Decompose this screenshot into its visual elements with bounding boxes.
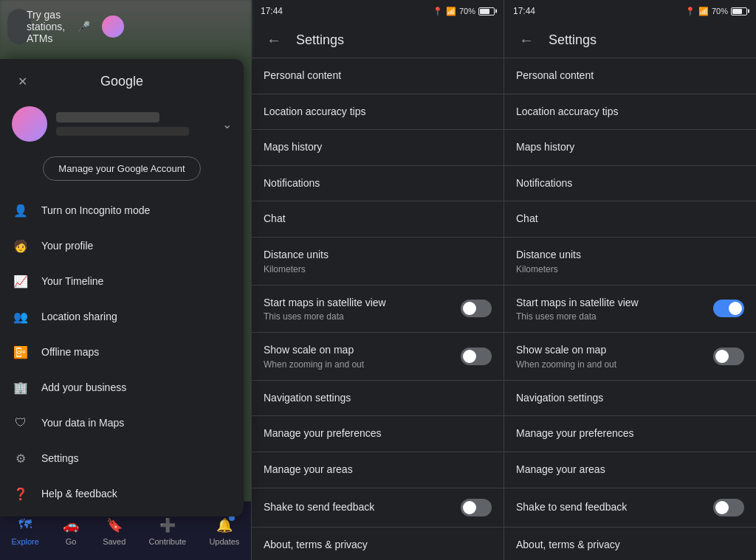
menu-icon-location-sharing: 👥 [12, 308, 30, 325]
toggle-6[interactable] [713, 300, 744, 317]
toggle-7[interactable] [713, 348, 744, 365]
menu-icon-timeline: 📈 [12, 272, 30, 290]
settings-item-content-6: Start maps in satellite viewThis uses mo… [264, 296, 452, 322]
menu-icon-help-feedback: ❓ [12, 485, 30, 502]
settings-item-subtitle-7: When zooming in and out [516, 359, 704, 370]
wifi-icon-right: 📶 [698, 7, 709, 16]
back-button-right[interactable]: ← [516, 30, 537, 50]
settings-item-subtitle-5: Kilometers [516, 264, 744, 274]
toggle-11[interactable] [713, 499, 744, 516]
settings-item-9[interactable]: Manage your preferences [504, 416, 756, 452]
tab-label-explore: Explore [12, 537, 39, 546]
settings-item-0[interactable]: Personal content [252, 58, 504, 94]
settings-item-content-9: Manage your preferences [264, 426, 492, 441]
settings-item-content-3: Notifications [516, 176, 744, 191]
settings-item-8[interactable]: Navigation settings [504, 381, 756, 417]
user-avatar-small[interactable] [102, 15, 124, 38]
settings-item-10[interactable]: Manage your areas [504, 452, 756, 488]
menu-item-location-sharing[interactable]: 👥 Location sharing [0, 299, 244, 334]
settings-item-6[interactable]: Start maps in satellite viewThis uses mo… [504, 286, 756, 333]
battery-icon-right [731, 7, 747, 15]
menu-item-add-business[interactable]: 🏢 Add your business [0, 370, 244, 405]
settings-item-content-10: Manage your areas [516, 463, 744, 477]
settings-item-11[interactable]: Shake to send feedback [252, 488, 504, 528]
settings-item-subtitle-6: This uses more data [516, 311, 704, 322]
settings-item-title-3: Notifications [264, 176, 492, 191]
settings-item-11[interactable]: Shake to send feedback [504, 488, 756, 528]
user-avatar [12, 106, 47, 142]
settings-item-title-7: Show scale on map [516, 343, 704, 358]
location-icon: 📍 [433, 7, 443, 16]
toggle-7[interactable] [461, 348, 492, 365]
settings-item-5[interactable]: Distance unitsKilometers [504, 238, 756, 286]
settings-item-12[interactable]: About, terms & privacy [504, 528, 756, 560]
settings-item-1[interactable]: Location accuracy tips [504, 94, 756, 131]
settings-item-7[interactable]: Show scale on mapWhen zooming in and out [252, 333, 504, 381]
settings-item-3[interactable]: Notifications [504, 166, 756, 202]
menu-item-timeline[interactable]: 📈 Your Timeline [0, 263, 244, 299]
settings-item-subtitle-6: This uses more data [264, 311, 452, 322]
bottom-tab-explore[interactable]: 🗺 Explore [12, 516, 39, 546]
settings-item-2[interactable]: Maps history [504, 130, 756, 166]
menu-item-incognito[interactable]: 👤 Turn on Incognito mode [0, 193, 244, 228]
settings-item-3[interactable]: Notifications [252, 166, 504, 202]
bottom-tab-updates[interactable]: 🔔 Updates [209, 516, 239, 546]
settings-item-10[interactable]: Manage your areas [252, 452, 504, 488]
account-info [56, 112, 213, 136]
menu-item-help-feedback[interactable]: ❓ Help & feedback [0, 476, 244, 511]
settings-item-1[interactable]: Location accuracy tips [252, 94, 504, 131]
menu-item-offline-maps[interactable]: 📴 Offline maps [0, 334, 244, 370]
settings-item-9[interactable]: Manage your preferences [252, 416, 504, 452]
menu-items-list: 👤 Turn on Incognito mode 🧑 Your profile … [0, 193, 244, 511]
toggle-11[interactable] [461, 499, 492, 516]
menu-label-timeline: Your Timeline [41, 275, 103, 287]
settings-item-7[interactable]: Show scale on mapWhen zooming in and out [504, 333, 756, 381]
settings-item-12[interactable]: About, terms & privacy [252, 528, 504, 560]
settings-item-4[interactable]: Chat [504, 201, 756, 238]
account-name [56, 112, 159, 122]
tab-label-contribute: Contribute [148, 537, 186, 546]
battery-icon [478, 7, 495, 15]
search-input[interactable]: Try gas stations, ATMs [27, 9, 65, 44]
menu-item-settings[interactable]: ⚙ Settings [0, 440, 244, 476]
settings-item-title-11: Shake to send feedback [264, 500, 452, 515]
menu-item-data-in-maps[interactable]: 🛡 Your data in Maps [0, 405, 244, 440]
settings-header-middle: ← Settings [252, 22, 504, 58]
menu-item-profile[interactable]: 🧑 Your profile [0, 228, 244, 263]
settings-item-content-9: Manage your preferences [516, 426, 744, 441]
settings-item-0[interactable]: Personal content [504, 58, 756, 94]
settings-item-title-1: Location accuracy tips [264, 105, 492, 120]
left-panel: Try gas stations, ATMs 🎤 ✕ Google ⌄ Mana… [0, 0, 251, 560]
settings-item-title-11: Shake to send feedback [516, 500, 704, 515]
tab-icon-contribute: ➕ [159, 516, 176, 534]
settings-item-2[interactable]: Maps history [252, 130, 504, 166]
right-settings-panel: 17:44 📍 📶 70% ← Settings Personal conten… [504, 0, 756, 560]
settings-item-title-5: Distance units [516, 248, 744, 263]
settings-item-content-7: Show scale on mapWhen zooming in and out [264, 343, 452, 370]
settings-item-title-2: Maps history [264, 140, 492, 155]
back-button-middle[interactable]: ← [264, 30, 284, 50]
expand-accounts-button[interactable]: ⌄ [222, 117, 232, 131]
settings-item-title-10: Manage your areas [516, 463, 744, 477]
settings-item-8[interactable]: Navigation settings [252, 381, 504, 417]
close-drawer-button[interactable]: ✕ [12, 71, 32, 91]
settings-item-6[interactable]: Start maps in satellite viewThis uses mo… [252, 286, 504, 333]
toggle-6[interactable] [461, 300, 492, 317]
settings-item-content-12: About, terms & privacy [516, 538, 744, 553]
manage-account-button[interactable]: Manage your Google Account [43, 156, 200, 181]
settings-item-5[interactable]: Distance unitsKilometers [252, 238, 504, 286]
bottom-tab-contribute[interactable]: ➕ Contribute [148, 516, 186, 546]
menu-icon-data-in-maps: 🛡 [12, 414, 30, 432]
search-bar[interactable]: Try gas stations, ATMs 🎤 [7, 9, 31, 44]
bottom-tab-saved[interactable]: 🔖 Saved [103, 516, 126, 546]
menu-icon-offline-maps: 📴 [12, 343, 30, 361]
drawer-title: Google [32, 74, 211, 89]
settings-item-content-4: Chat [516, 212, 744, 227]
location-icon-right: 📍 [685, 7, 695, 16]
mic-icon[interactable]: 🎤 [72, 15, 94, 38]
settings-list-middle: Personal content Location accuracy tips … [252, 58, 504, 560]
settings-item-title-2: Maps history [516, 140, 744, 155]
settings-item-title-1: Location accuracy tips [516, 105, 744, 120]
bottom-tab-go[interactable]: 🚗 Go [62, 516, 80, 546]
settings-item-4[interactable]: Chat [252, 201, 504, 238]
